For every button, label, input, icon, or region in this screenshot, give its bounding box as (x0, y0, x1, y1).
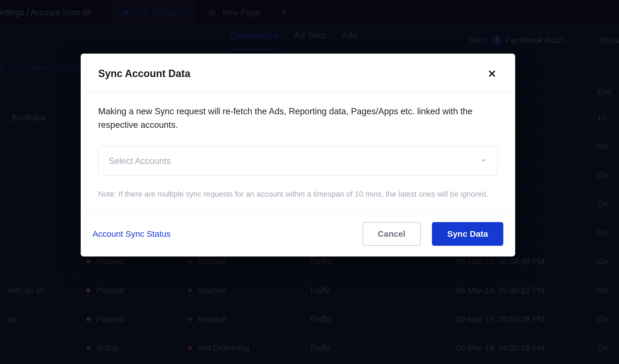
cancel-button[interactable]: Cancel (363, 222, 421, 246)
close-icon (487, 69, 497, 78)
select-placeholder: Select Accounts (109, 156, 171, 166)
sync-modal: Sync Account Data Making a new Sync requ… (81, 54, 515, 256)
modal-title: Sync Account Data (98, 68, 190, 80)
sync-status-link[interactable]: Account Sync Status (93, 229, 171, 239)
modal-body: Making a new Sync request will re-fetch … (81, 92, 515, 211)
accounts-select[interactable]: Select Accounts (98, 146, 498, 176)
sync-data-button[interactable]: Sync Data (432, 222, 503, 246)
modal-header: Sync Account Data (81, 54, 515, 92)
close-button[interactable] (486, 68, 498, 79)
chevron-down-icon (480, 156, 487, 166)
modal-footer: Account Sync Status Cancel Sync Data (81, 211, 515, 256)
modal-note: Note: If there are multiple sync request… (98, 189, 498, 200)
modal-actions: Cancel Sync Data (363, 222, 503, 246)
modal-description: Making a new Sync request will re-fetch … (98, 105, 498, 132)
